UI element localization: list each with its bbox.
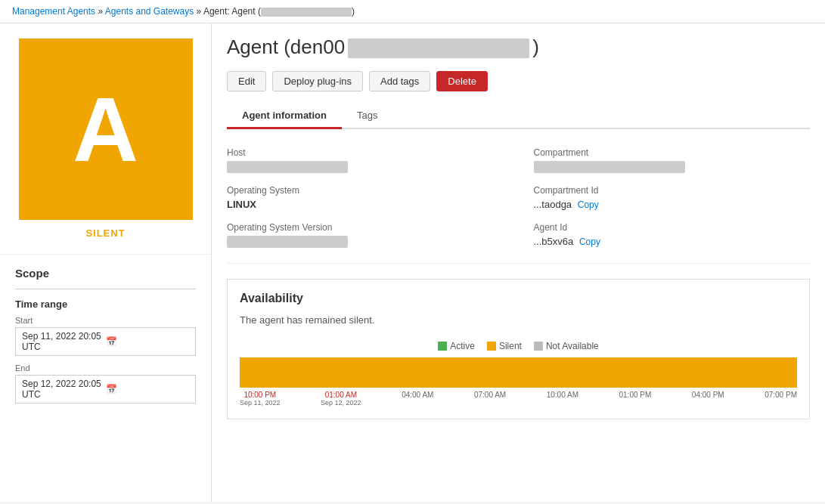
- compartment-field: Compartment: [534, 147, 811, 173]
- availability-title: Availability: [240, 292, 797, 305]
- breadcrumb: Management Agents » Agents and Gateways …: [0, 0, 825, 23]
- agent-avatar: A: [19, 39, 193, 220]
- chart-label-7: 07:00 PM: [765, 391, 797, 407]
- start-calendar-icon[interactable]: 📅: [106, 336, 190, 347]
- os-label: Operating System: [227, 185, 504, 196]
- os-version-redacted: [227, 236, 348, 248]
- chart-label-5: 01:00 PM: [619, 391, 652, 407]
- host-field: Host: [227, 147, 504, 173]
- legend-active: Active: [438, 341, 475, 351]
- legend-not-available-dot: [534, 342, 543, 351]
- agent-id-value: ...b5xv6a Copy: [534, 236, 811, 247]
- edit-button[interactable]: Edit: [227, 71, 266, 91]
- agent-avatar-area: A SILENT: [0, 23, 211, 254]
- legend-active-dot: [438, 342, 447, 351]
- tab-tags[interactable]: Tags: [342, 104, 392, 129]
- end-date-input[interactable]: Sep 12, 2022 20:05 UTC 📅: [15, 375, 196, 404]
- legend-silent-dot: [487, 342, 496, 351]
- page-title-redacted: [348, 39, 529, 58]
- legend-silent: Silent: [487, 341, 522, 351]
- end-label: End: [15, 363, 196, 373]
- end-date-value: Sep 12, 2022 20:05 UTC: [22, 379, 106, 400]
- breadcrumb-agent-id-redacted: [261, 8, 352, 17]
- chart-label-1: 01:00 AM Sep 12, 2022: [321, 391, 361, 407]
- deploy-plugins-button[interactable]: Deploy plug-ins: [272, 71, 363, 91]
- toolbar: Edit Deploy plug-ins Add tags Delete: [227, 71, 810, 91]
- chart-label-0: 10:00 PM Sep 11, 2022: [240, 391, 281, 407]
- os-field: Operating System LINUX: [227, 185, 504, 210]
- right-panel: Agent (den00) Edit Deploy plug-ins Add t…: [212, 23, 825, 502]
- chart-legend: Active Silent Not Available: [240, 341, 797, 351]
- compartment-id-label: Compartment Id: [534, 185, 811, 196]
- compartment-id-value: ...taodga Copy: [534, 199, 811, 210]
- agent-id-label: Agent Id: [534, 222, 811, 233]
- silent-message: The agent has remained silent.: [240, 314, 797, 326]
- chart-label-2: 04:00 AM: [402, 391, 433, 407]
- legend-not-available: Not Available: [534, 341, 599, 351]
- scope-title: Scope: [15, 267, 196, 280]
- agent-status: SILENT: [85, 227, 125, 239]
- delete-button[interactable]: Delete: [436, 71, 488, 91]
- tab-agent-information[interactable]: Agent information: [227, 104, 342, 129]
- compartment-id-field: Compartment Id ...taodga Copy: [534, 185, 811, 210]
- availability-section: Availability The agent has remained sile…: [227, 279, 810, 419]
- host-value-redacted: [227, 161, 348, 173]
- start-label: Start: [15, 316, 196, 325]
- agent-id-field: Agent Id ...b5xv6a Copy: [534, 222, 811, 248]
- end-calendar-icon[interactable]: 📅: [106, 384, 190, 394]
- scope-divider: [15, 289, 196, 289]
- host-label: Host: [227, 147, 504, 158]
- os-version-value: [227, 236, 504, 248]
- os-value: LINUX: [227, 199, 504, 210]
- main-layout: A SILENT Scope Time range Start Sep 11, …: [0, 23, 825, 502]
- compartment-value-redacted: [534, 161, 685, 173]
- add-tags-button[interactable]: Add tags: [369, 71, 430, 91]
- chart-label-3: 07:00 AM: [474, 391, 506, 407]
- compartment-label: Compartment: [534, 147, 811, 158]
- left-panel: A SILENT Scope Time range Start Sep 11, …: [0, 23, 212, 502]
- breadcrumb-management-agents[interactable]: Management Agents: [12, 6, 95, 17]
- scope-section: Scope Time range Start Sep 11, 2022 20:0…: [0, 254, 211, 423]
- os-version-field: Operating System Version: [227, 222, 504, 248]
- agent-id-copy[interactable]: Copy: [579, 237, 600, 247]
- start-date-value: Sep 11, 2022 20:05 UTC: [22, 331, 106, 352]
- agent-avatar-letter: A: [73, 77, 138, 181]
- host-value: [227, 161, 504, 173]
- time-range-label: Time range: [15, 298, 196, 310]
- agent-info-grid: Host Compartment Operating System LINUX …: [227, 141, 810, 264]
- breadcrumb-agents-gateways[interactable]: Agents and Gateways: [105, 6, 194, 17]
- chart-label-4: 10:00 AM: [547, 391, 578, 407]
- chart-label-6: 04:00 PM: [692, 391, 724, 407]
- start-date-input[interactable]: Sep 11, 2022 20:05 UTC 📅: [15, 327, 196, 356]
- compartment-value: [534, 161, 811, 173]
- availability-chart-bar: [240, 357, 797, 388]
- chart-labels: 10:00 PM Sep 11, 2022 01:00 AM Sep 12, 2…: [240, 391, 797, 407]
- compartment-id-copy[interactable]: Copy: [578, 199, 599, 210]
- os-version-label: Operating System Version: [227, 222, 504, 233]
- tabs: Agent information Tags: [227, 104, 810, 129]
- page-title: Agent (den00): [227, 36, 810, 59]
